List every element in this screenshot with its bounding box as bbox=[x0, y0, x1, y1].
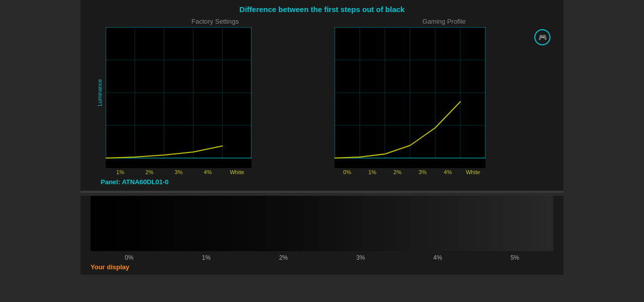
right-chart-container: Gaming Profile 🎮 bbox=[330, 18, 553, 175]
bottom-x-label-3: 3% bbox=[322, 254, 399, 261]
y-axis-label-left: Luminance bbox=[97, 27, 103, 158]
bottom-x-label-0: 0% bbox=[91, 254, 168, 261]
your-display-label: Your display bbox=[91, 263, 553, 271]
left-chart-svg: 4‰ 3‰ 2‰ 1‰ bbox=[106, 27, 252, 168]
left-x-label-2: 2% bbox=[135, 169, 164, 175]
left-chart-area: Luminance bbox=[106, 27, 325, 168]
chart-title: Difference between the first steps out o… bbox=[91, 5, 553, 14]
top-section: Difference between the first steps out o… bbox=[80, 0, 564, 191]
left-x-label-1: 1% bbox=[106, 169, 135, 175]
right-chart-area: 🎮 bbox=[335, 27, 553, 168]
left-chart-label: Factory Settings bbox=[106, 18, 325, 25]
bottom-section: 0% 1% 2% 3% 4% 5% Your display bbox=[80, 196, 564, 275]
bottom-x-label-4: 4% bbox=[399, 254, 476, 261]
right-x-label-3: 3% bbox=[410, 169, 435, 175]
left-chart-container: Factory Settings Luminance bbox=[91, 18, 330, 175]
panel-info: Panel: ATNA60DL01-0 bbox=[91, 178, 553, 186]
left-x-labels: 1% 2% 3% 4% White bbox=[106, 168, 252, 175]
bottom-x-labels: 0% 1% 2% 3% 4% 5% bbox=[91, 253, 553, 261]
main-container: Difference between the first steps out o… bbox=[0, 0, 644, 302]
right-chart-label: Gaming Profile bbox=[335, 18, 553, 25]
bottom-x-label-2: 2% bbox=[245, 254, 322, 261]
bottom-x-label-1: 1% bbox=[168, 254, 245, 261]
right-x-label-white: White bbox=[460, 169, 486, 175]
right-x-label-2: 2% bbox=[385, 169, 410, 175]
left-x-label-4: 4% bbox=[193, 169, 222, 175]
charts-wrapper: Factory Settings Luminance bbox=[91, 18, 553, 175]
right-x-label-4: 4% bbox=[435, 169, 460, 175]
display-preview bbox=[91, 196, 553, 251]
section-divider bbox=[80, 191, 564, 193]
bottom-x-label-5: 5% bbox=[476, 254, 553, 261]
gaming-icon: 🎮 bbox=[534, 29, 550, 45]
right-x-labels: 0% 1% 2% 3% 4% White bbox=[335, 168, 486, 175]
left-x-label-3: 3% bbox=[164, 169, 193, 175]
svg-rect-0 bbox=[106, 27, 252, 168]
right-x-label-1: 1% bbox=[360, 169, 385, 175]
right-chart-svg: 4‰ 3‰ 2‰ 1‰ bbox=[335, 27, 486, 168]
gradient-bar bbox=[91, 196, 553, 251]
left-x-label-white: White bbox=[222, 169, 252, 175]
right-x-label-0: 0% bbox=[335, 169, 360, 175]
